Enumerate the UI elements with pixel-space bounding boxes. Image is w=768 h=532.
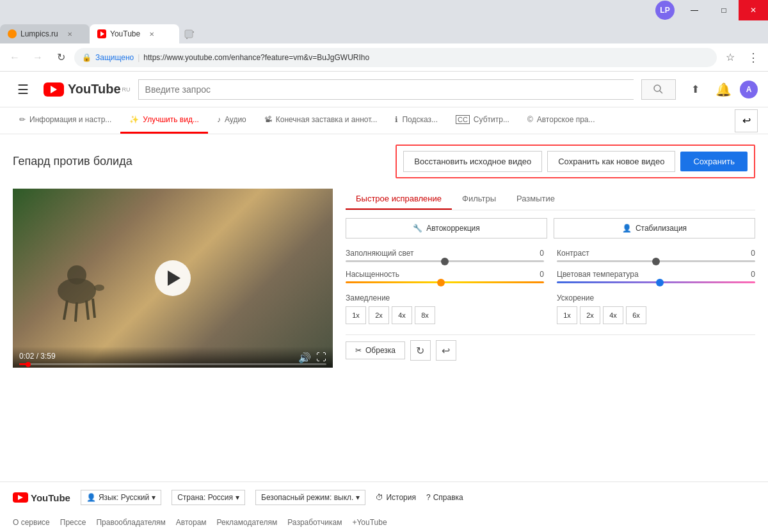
hamburger-menu[interactable]: ☰	[10, 77, 36, 102]
action-buttons-group: Восстановить исходное видео Сохранить ка…	[396, 145, 755, 178]
undo-button[interactable]: ↩	[436, 340, 456, 361]
upload-button[interactable]: ⬆	[684, 78, 707, 101]
tab-lumpics-close[interactable]: ✕	[65, 29, 75, 39]
volume-icon[interactable]: 🔊	[298, 352, 311, 364]
footer-link-press[interactable]: Прессе	[60, 518, 86, 527]
save-button[interactable]: Сохранить	[680, 152, 748, 171]
color-temp-track[interactable]	[557, 281, 755, 283]
stabilize-label: Стабилизация	[636, 224, 687, 233]
footer-link-plus[interactable]: +YouTube	[352, 518, 387, 527]
safe-mode-selector[interactable]: Безопасный режим: выкл. ▾	[255, 490, 365, 505]
svg-line-9	[64, 301, 67, 320]
back-button[interactable]: ←	[5, 48, 24, 67]
footer-link-creators[interactable]: Авторам	[176, 518, 207, 527]
slow-8x[interactable]: 8x	[415, 306, 435, 324]
saturation-track[interactable]	[346, 281, 544, 283]
edit-tab-quick[interactable]: Быстрое исправление	[346, 189, 452, 210]
tab-endscreen-label: Конечная заставка и аннот...	[276, 115, 378, 124]
notification-button[interactable]: 🔔	[712, 78, 735, 101]
history-link[interactable]: ⏱ История	[376, 493, 416, 502]
fast-motion-buttons: 1x 2x 4x 6x	[557, 306, 755, 324]
footer-bottom: О сервисе Прессе Правообладателям Автора…	[0, 513, 768, 532]
slow-4x[interactable]: 4x	[392, 306, 412, 324]
restore-button[interactable]: Восстановить исходное видео	[403, 151, 542, 172]
footer-link-copyright[interactable]: Правообладателям	[96, 518, 165, 527]
svg-point-0	[8, 29, 17, 38]
language-chevron: ▾	[152, 493, 156, 502]
youtube-header: ☰ YouTube RU ⬆ 🔔 A	[0, 72, 768, 107]
tab-endscreen-icon: 📽	[264, 115, 272, 124]
maximize-button[interactable]: □	[709, 0, 739, 20]
footer-link-about[interactable]: О сервисе	[13, 518, 50, 527]
autocorrect-icon: 🔧	[413, 224, 422, 233]
tab-subtitles-icon: CC	[456, 115, 470, 124]
youtube-logo[interactable]: YouTube RU	[44, 82, 131, 97]
tab-youtube-close[interactable]: ✕	[147, 29, 157, 39]
tab-subtitles[interactable]: CC Субтитр...	[447, 107, 518, 134]
help-link[interactable]: ? Справка	[426, 493, 463, 502]
contrast-slider: Контраст 0	[557, 249, 755, 262]
footer-logo: YouTube	[13, 492, 70, 503]
window-controls[interactable]: — □ ✕	[680, 0, 768, 20]
tab-lumpics[interactable]: Lumpics.ru ✕	[0, 24, 90, 43]
slow-2x[interactable]: 2x	[369, 306, 389, 324]
stabilize-button[interactable]: 👤 Стабилизация	[554, 218, 755, 239]
back-button[interactable]: ↩	[735, 109, 758, 132]
search-button[interactable]	[641, 79, 676, 100]
contrast-value: 0	[751, 249, 755, 258]
secure-label: Защищено	[95, 53, 134, 62]
tab-enhance[interactable]: ✨ Улучшить вид...	[120, 107, 208, 134]
save-new-button[interactable]: Сохранить как новое видео	[547, 151, 675, 172]
profile-avatar[interactable]: A	[740, 81, 758, 98]
tab-info-icon: ✏	[19, 115, 26, 124]
bookmark-button[interactable]: ☆	[721, 48, 740, 67]
trim-button[interactable]: ✂ Обрезка	[346, 341, 405, 359]
contrast-track[interactable]	[557, 260, 755, 262]
country-selector[interactable]: Страна: Россия ▾	[172, 490, 245, 505]
slow-1x[interactable]: 1x	[346, 306, 366, 324]
new-tab-button[interactable]	[179, 24, 198, 43]
address-field[interactable]: 🔒 Защищено | https://www.youtube.com/enh…	[74, 48, 717, 67]
video-progress-bar[interactable]	[19, 363, 326, 365]
video-right-controls: 🔊 ⛶	[298, 352, 326, 364]
edit-tab-filters[interactable]: Фильтры	[452, 189, 506, 210]
tab-copyright[interactable]: © Авторское пра...	[518, 107, 604, 134]
footer-link-advertisers[interactable]: Рекламодателям	[217, 518, 278, 527]
video-player[interactable]: 0:02 / 3:59 🔊 ⛶	[13, 189, 333, 368]
footer-logo-icon	[13, 492, 28, 503]
close-button[interactable]: ✕	[739, 0, 768, 20]
header-right-controls: ⬆ 🔔 A	[684, 78, 758, 101]
forward-button[interactable]: →	[28, 48, 47, 67]
language-selector[interactable]: 👤 Язык: Русский ▾	[81, 490, 161, 505]
fast-1x[interactable]: 1x	[557, 306, 577, 324]
search-input[interactable]	[138, 79, 634, 100]
more-menu-button[interactable]: ⋮	[744, 48, 763, 67]
tab-info[interactable]: ✏ Информация и настр...	[10, 107, 120, 134]
fast-4x[interactable]: 4x	[603, 306, 623, 324]
play-button[interactable]	[155, 260, 191, 296]
contrast-label: Контраст	[557, 249, 589, 258]
fill-light-track[interactable]	[346, 260, 544, 262]
tab-subtitles-label: Субтитр...	[474, 115, 509, 124]
autocorrect-button[interactable]: 🔧 Автокоррекция	[346, 218, 547, 239]
color-temp-thumb	[656, 279, 664, 286]
tab-endscreen[interactable]: 📽 Конечная заставка и аннот...	[255, 107, 387, 134]
tab-youtube[interactable]: YouTube ✕	[90, 24, 179, 43]
tab-enhance-label: Улучшить вид...	[143, 115, 199, 124]
stabilize-icon: 👤	[622, 224, 632, 233]
edit-tab-blur[interactable]: Размытие	[506, 189, 565, 210]
refresh-button[interactable]: ↻	[51, 48, 70, 67]
tab-cards[interactable]: ℹ Подсказ...	[386, 107, 447, 134]
minimize-button[interactable]: —	[680, 0, 709, 20]
slow-motion-buttons: 1x 2x 4x 8x	[346, 306, 544, 324]
tab-audio[interactable]: ♪ Аудио	[208, 107, 255, 134]
safe-mode-chevron: ▾	[356, 493, 360, 502]
fill-light-label-row: Заполняющий свет 0	[346, 249, 544, 258]
footer-link-developers[interactable]: Разработчикам	[287, 518, 342, 527]
fast-2x[interactable]: 2x	[580, 306, 600, 324]
video-progress-thumb	[26, 362, 31, 367]
fast-6x[interactable]: 6x	[626, 306, 646, 324]
fullscreen-icon[interactable]: ⛶	[316, 352, 326, 364]
video-content	[51, 227, 128, 329]
refresh-button[interactable]: ↻	[410, 340, 431, 361]
